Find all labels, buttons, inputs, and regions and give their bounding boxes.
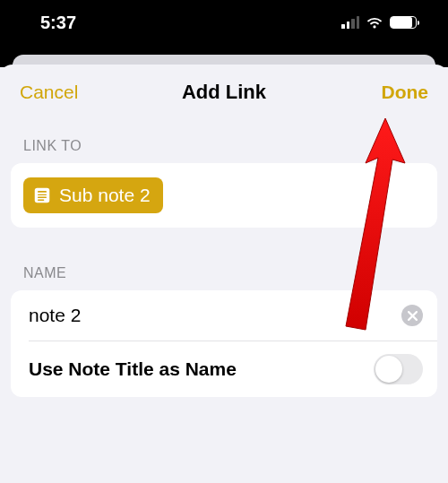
- sheet-title: Add Link: [182, 81, 266, 104]
- use-title-toggle[interactable]: [374, 354, 423, 384]
- sheet-header: Cancel Add Link Done: [0, 65, 448, 127]
- svg-rect-3: [38, 197, 47, 198]
- svg-rect-1: [38, 191, 47, 193]
- cancel-button[interactable]: Cancel: [20, 82, 91, 103]
- name-input[interactable]: note 2: [29, 305, 81, 326]
- done-button[interactable]: Done: [357, 82, 428, 103]
- link-to-section-label: LINK TO: [0, 127, 448, 163]
- name-section-label: NAME: [0, 254, 448, 290]
- close-icon: [408, 311, 418, 321]
- signal-icon: [341, 16, 359, 29]
- battery-icon: [390, 16, 417, 29]
- linked-note-label: Sub note 2: [59, 185, 151, 206]
- status-time: 5:37: [40, 13, 76, 33]
- use-title-label: Use Note Title as Name: [29, 358, 237, 380]
- svg-rect-2: [38, 194, 47, 195]
- note-icon: [32, 185, 52, 205]
- name-card: note 2 Use Note Title as Name: [11, 290, 437, 397]
- linked-note-chip[interactable]: Sub note 2: [23, 177, 163, 213]
- link-to-card[interactable]: Sub note 2: [11, 163, 437, 228]
- status-right: [341, 16, 417, 30]
- name-input-row[interactable]: note 2: [11, 290, 437, 341]
- clear-name-button[interactable]: [401, 305, 423, 326]
- wifi-icon: [366, 16, 383, 30]
- status-bar: 5:37: [0, 0, 448, 49]
- use-title-toggle-row[interactable]: Use Note Title as Name: [11, 341, 437, 397]
- svg-rect-4: [38, 199, 44, 200]
- add-link-sheet: Cancel Add Link Done LINK TO Sub note 2 …: [0, 65, 448, 483]
